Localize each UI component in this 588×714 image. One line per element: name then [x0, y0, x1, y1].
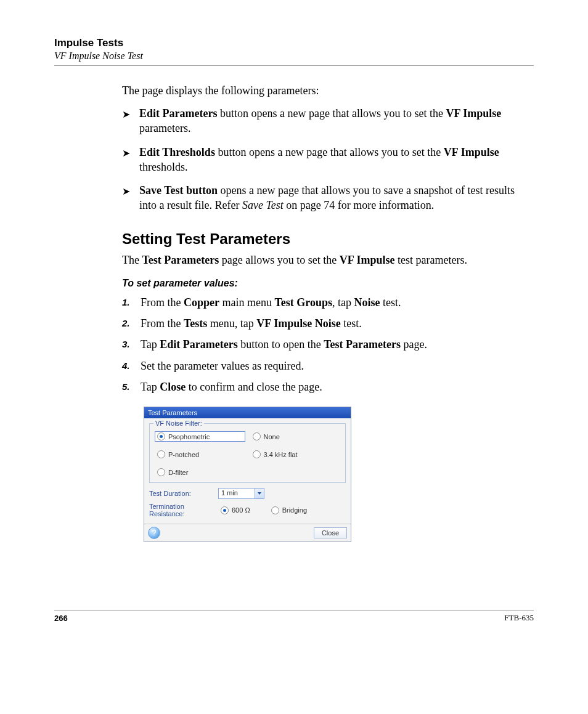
page-number: 266: [54, 614, 68, 623]
radio-600-ohm[interactable]: 600 Ω: [218, 505, 253, 516]
radio-icon: [253, 450, 261, 458]
page-header: Impulse Tests VF Impulse Noise Test: [54, 37, 534, 62]
test-duration-label: Test Duration:: [149, 490, 212, 497]
step-number: 2.: [122, 316, 132, 331]
section-heading: Setting Test Parameters: [122, 230, 534, 248]
radio-icon: [157, 432, 165, 440]
fieldset-legend: VF Noise Filter:: [153, 420, 204, 427]
section-paragraph: The Test Parameters page allows you to s…: [122, 254, 534, 267]
radio-label: 3.4 kHz flat: [264, 451, 298, 458]
radio-label: D-filter: [168, 469, 188, 476]
list-item: ➤ Edit Parameters button opens a new pag…: [122, 106, 534, 136]
chapter-title: Impulse Tests: [54, 37, 534, 49]
section-subtitle: VF Impulse Noise Test: [54, 51, 534, 62]
list-item: ➤ Save Test button opens a new page that…: [122, 183, 534, 213]
select-value: 1 min: [219, 489, 255, 498]
radio-3-4khz-flat[interactable]: 3.4 kHz flat: [250, 449, 341, 460]
step-item: 4. Set the parameter values as required.: [122, 359, 534, 373]
radio-label: None: [264, 433, 280, 440]
radio-icon: [157, 468, 165, 476]
radio-icon: [253, 432, 261, 440]
radio-bridging[interactable]: Bridging: [269, 505, 309, 516]
test-parameters-dialog: Test Parameters VF Noise Filter: Psophom…: [144, 407, 351, 542]
radio-icon: [157, 450, 165, 458]
page-footer: 266 FTB-635: [54, 610, 534, 623]
chevron-down-icon: [255, 489, 264, 498]
procedure-heading: To set parameter values:: [122, 278, 534, 289]
parameter-list: ➤ Edit Parameters button opens a new pag…: [122, 106, 534, 213]
step-item: 3. Tap Edit Parameters button to open th…: [122, 337, 534, 352]
arrow-icon: ➤: [122, 106, 132, 121]
step-item: 2. From the Tests menu, tap VF Impulse N…: [122, 316, 534, 331]
intro-paragraph: The page displays the following paramete…: [122, 84, 534, 97]
radio-label: P-notched: [168, 451, 199, 458]
step-number: 4.: [122, 359, 132, 373]
radio-label: Bridging: [282, 506, 307, 514]
radio-d-filter[interactable]: D-filter: [155, 467, 245, 477]
radio-p-notched[interactable]: P-notched: [155, 449, 245, 460]
procedure-steps: 1. From the Copper main menu Test Groups…: [122, 295, 534, 394]
arrow-icon: ➤: [122, 183, 132, 198]
document-id: FTB-635: [504, 613, 534, 623]
dialog-title-bar: Test Parameters: [144, 407, 351, 418]
radio-icon: [221, 506, 229, 514]
step-item: 1. From the Copper main menu Test Groups…: [122, 295, 534, 310]
step-item: 5. Tap Close to confirm and close the pa…: [122, 379, 534, 394]
header-rule: [54, 65, 534, 66]
arrow-icon: ➤: [122, 145, 132, 160]
help-button[interactable]: ?: [148, 527, 160, 539]
test-duration-select[interactable]: 1 min: [218, 488, 264, 499]
list-item: ➤ Edit Thresholds button opens a new pag…: [122, 145, 534, 175]
radio-label: Psophometric: [168, 433, 210, 440]
radio-icon: [271, 506, 279, 514]
step-number: 5.: [122, 379, 132, 394]
radio-label: 600 Ω: [232, 506, 250, 514]
close-button[interactable]: Close: [314, 527, 347, 538]
radio-psophometric[interactable]: Psophometric: [155, 431, 245, 442]
radio-none[interactable]: None: [250, 431, 341, 442]
step-number: 3.: [122, 337, 132, 352]
vf-noise-filter-group: VF Noise Filter: Psophometric None P-: [149, 423, 346, 483]
step-number: 1.: [122, 295, 132, 310]
termination-resistance-label: Termination Resistance:: [149, 503, 212, 517]
